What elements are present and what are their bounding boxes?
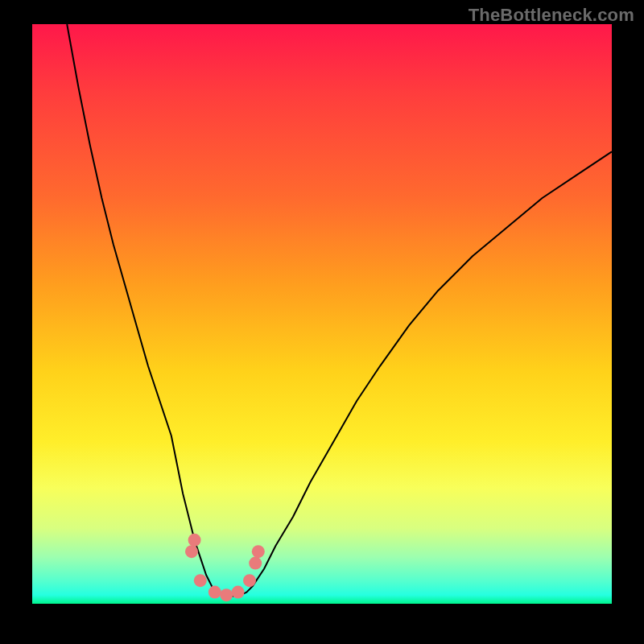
curve-marker bbox=[185, 545, 198, 558]
curve-marker bbox=[252, 545, 265, 558]
marker-group bbox=[185, 534, 265, 601]
watermark-text: TheBottleneck.com bbox=[469, 5, 634, 26]
curve-marker bbox=[208, 586, 221, 599]
outer-frame: TheBottleneck.com bbox=[0, 0, 644, 644]
curve-marker bbox=[249, 557, 262, 570]
curve-layer bbox=[32, 24, 612, 604]
plot-area bbox=[32, 24, 612, 604]
curve-marker bbox=[188, 534, 201, 547]
curve-marker bbox=[194, 574, 207, 587]
curve-marker bbox=[232, 586, 245, 599]
curve-marker bbox=[220, 588, 233, 601]
curve-marker bbox=[243, 574, 256, 587]
bottleneck-curve bbox=[67, 24, 612, 597]
